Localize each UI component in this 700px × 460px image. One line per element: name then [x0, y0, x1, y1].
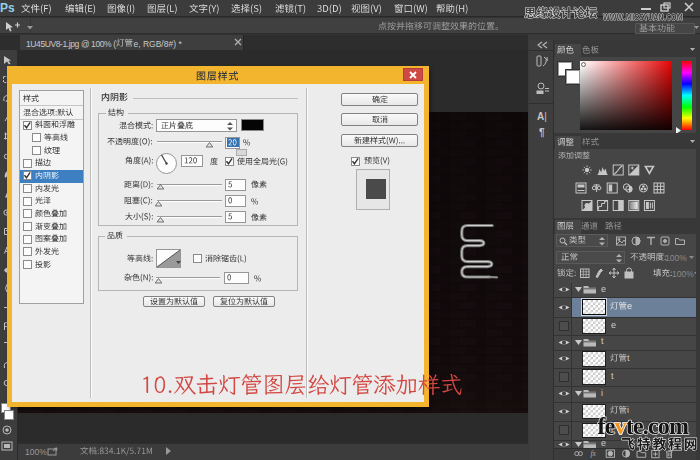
svg-text:fx: fx [591, 449, 597, 458]
